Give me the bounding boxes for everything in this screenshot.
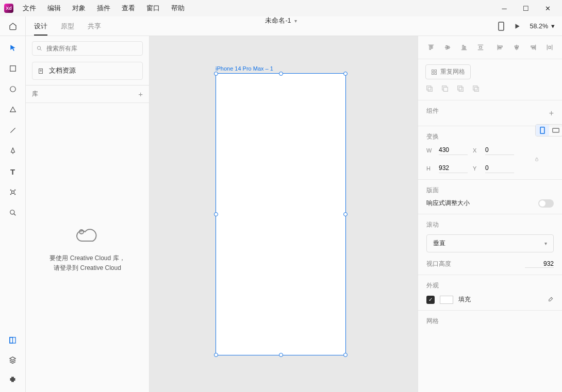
grid-section: 网格 xyxy=(418,311,562,336)
artboard-label[interactable]: iPhone 14 Pro Max – 1 xyxy=(216,65,273,72)
layers-panel-button[interactable] xyxy=(8,355,18,364)
landscape-button[interactable] xyxy=(549,125,562,136)
chevron-down-icon: ▾ xyxy=(294,18,297,24)
polygon-tool[interactable] xyxy=(8,105,18,114)
align-top-button[interactable] xyxy=(424,41,438,54)
svg-rect-35 xyxy=(532,48,535,49)
document-icon xyxy=(38,68,44,74)
eyedropper-button[interactable] xyxy=(547,296,554,303)
resize-handle[interactable] xyxy=(214,353,218,357)
responsive-label: 响应式调整大小 xyxy=(426,199,470,208)
device-preview-icon[interactable] xyxy=(498,22,504,31)
libraries-panel-button[interactable] xyxy=(8,335,18,345)
exclude-icon[interactable] xyxy=(472,84,480,93)
svg-point-2 xyxy=(10,87,15,92)
tab-design[interactable]: 设计 xyxy=(34,16,47,36)
zoom-control[interactable]: 58.2% ▾ xyxy=(530,22,555,30)
repeat-grid-button[interactable]: 重复网格 xyxy=(425,64,471,79)
ellipse-tool[interactable] xyxy=(8,84,18,94)
align-vmiddle-button[interactable] xyxy=(441,41,454,54)
right-panel: 重复网格 组件 + 变换 W X xyxy=(418,36,562,392)
artboard-tool[interactable] xyxy=(8,188,18,197)
library-search-input[interactable] xyxy=(46,45,138,52)
resize-handle[interactable] xyxy=(214,212,218,216)
menu-file[interactable]: 文件 xyxy=(23,4,36,13)
text-tool[interactable]: T xyxy=(8,167,18,176)
lock-aspect[interactable] xyxy=(519,156,554,162)
svg-rect-38 xyxy=(549,46,551,49)
align-hcenter-button[interactable] xyxy=(510,41,523,54)
pen-tool[interactable] xyxy=(8,146,18,156)
left-panel: 文档资源 库 + ! 要使用 Creative Cloud 库， 请登录到 Cr… xyxy=(26,36,150,392)
svg-rect-52 xyxy=(553,128,559,132)
close-button[interactable]: ✕ xyxy=(542,5,553,12)
scroll-direction-select[interactable]: 垂直 ▾ xyxy=(426,234,554,252)
menu-edit[interactable]: 编辑 xyxy=(47,4,61,13)
fill-swatch[interactable] xyxy=(440,296,453,304)
document-assets-button[interactable]: 文档资源 xyxy=(32,62,143,80)
resize-handle[interactable] xyxy=(343,353,348,357)
minimize-button[interactable]: ─ xyxy=(499,5,509,12)
align-left-button[interactable] xyxy=(493,41,507,54)
chevron-down-icon: ▾ xyxy=(544,241,547,246)
select-tool[interactable] xyxy=(8,43,18,53)
resize-handle[interactable] xyxy=(343,72,348,76)
rectangle-tool[interactable] xyxy=(8,64,18,73)
add-component-button[interactable]: + xyxy=(549,109,554,118)
subtract-icon[interactable] xyxy=(441,84,449,93)
menu-window[interactable]: 窗口 xyxy=(146,4,160,13)
zoom-tool[interactable] xyxy=(8,208,18,217)
svg-rect-40 xyxy=(435,70,437,72)
union-icon[interactable] xyxy=(425,84,434,93)
svg-rect-16 xyxy=(429,46,431,49)
appearance-title: 外观 xyxy=(426,281,554,290)
x-input[interactable] xyxy=(485,145,514,155)
resize-handle[interactable] xyxy=(214,72,218,76)
add-library-button[interactable]: + xyxy=(138,90,143,98)
menu-view[interactable]: 查看 xyxy=(122,4,135,13)
svg-line-5 xyxy=(13,214,15,216)
creative-cloud-icon: ! xyxy=(75,227,100,244)
layout-section: 版面 响应式调整大小 xyxy=(418,180,562,214)
distribute-v-button[interactable] xyxy=(474,41,487,54)
menu-help[interactable]: 帮助 xyxy=(171,4,185,13)
components-section: 组件 + xyxy=(418,100,562,126)
layout-title: 版面 xyxy=(426,186,554,195)
home-button[interactable] xyxy=(0,16,26,36)
document-name: 未命名-1 xyxy=(265,16,291,25)
line-tool[interactable] xyxy=(8,126,18,135)
search-icon xyxy=(37,45,42,52)
align-right-button[interactable] xyxy=(526,41,540,54)
orientation-toggle[interactable] xyxy=(535,124,562,137)
tab-share[interactable]: 共享 xyxy=(88,16,101,36)
responsive-toggle[interactable] xyxy=(538,199,554,208)
resize-handle[interactable] xyxy=(279,353,283,357)
document-assets-label: 文档资源 xyxy=(49,66,76,75)
grid-icon xyxy=(431,69,437,75)
document-title[interactable]: 未命名-1 ▾ xyxy=(265,16,296,25)
resize-handle[interactable] xyxy=(279,72,283,76)
canvas[interactable]: iPhone 14 Pro Max – 1 xyxy=(150,36,418,392)
portrait-button[interactable] xyxy=(536,125,549,136)
width-input[interactable] xyxy=(439,145,468,155)
play-icon[interactable] xyxy=(514,23,521,30)
viewport-height-input[interactable] xyxy=(525,260,554,268)
fill-checkbox[interactable]: ✓ xyxy=(426,296,435,304)
maximize-button[interactable]: ☐ xyxy=(521,5,531,12)
zoom-value: 58.2% xyxy=(530,23,548,30)
chevron-down-icon: ▾ xyxy=(551,22,555,30)
menu-plugins[interactable]: 插件 xyxy=(97,4,110,13)
menu-object[interactable]: 对象 xyxy=(72,4,86,13)
cc-message-line2: 请登录到 Creative Cloud xyxy=(54,263,121,273)
distribute-h-button[interactable] xyxy=(543,41,556,54)
y-input[interactable] xyxy=(485,163,514,173)
height-input[interactable] xyxy=(439,163,468,173)
tab-prototype[interactable]: 原型 xyxy=(61,16,74,36)
resize-handle[interactable] xyxy=(343,212,348,216)
plugins-panel-button[interactable] xyxy=(8,374,18,384)
library-search[interactable] xyxy=(32,41,143,56)
align-bottom-button[interactable] xyxy=(457,41,471,54)
artboard[interactable] xyxy=(216,73,346,355)
intersect-icon[interactable] xyxy=(456,84,465,93)
svg-rect-42 xyxy=(435,73,437,75)
